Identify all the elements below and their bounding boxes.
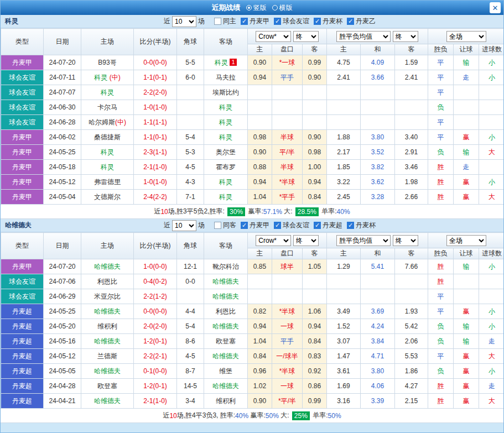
corner: 12-1 [177,259,204,274]
match-row: 丹麦甲24-05-25科灵2-3(1-1)5-3奥尔堡0.90平/半0.982.… [1,145,504,160]
checkbox-icon[interactable] [347,18,354,25]
home-team: 哈维德夫 [81,259,134,274]
filter-checkbox[interactable]: 球会友谊 [274,17,309,26]
checkbox-icon[interactable] [274,18,281,25]
layout-radio-horizontal[interactable]: 横版 [272,3,293,13]
filter-checkbox[interactable]: 丹麦超 [314,221,342,230]
team-text: 科灵 [219,193,232,201]
result-goals: 大 [479,145,504,160]
europe-draw-odds [361,115,395,130]
checkbox-icon[interactable] [241,222,248,229]
checkbox-icon[interactable] [314,222,321,229]
subcol-result-wdl: 胜负 [428,248,454,259]
odds-company-select[interactable]: Crow* [256,31,291,42]
match-row: 丹麦超24-05-25哈维德夫0-0(0-0)4-4利恩比0.82*半球1.06… [1,304,504,319]
asia-time-select[interactable]: 终 [293,31,319,42]
asia-home-odds [248,85,272,100]
match-count-select[interactable]: 10 [172,16,196,27]
col-away: 客场 [204,233,248,259]
home-team: 利恩比 [81,274,134,289]
odds-company-select[interactable]: Crow* [256,235,291,246]
europe-home-odds: 1.85 [327,160,361,175]
checkbox-icon[interactable] [314,18,321,25]
europe-time-select[interactable]: 终 [393,31,418,42]
filter-checkbox[interactable]: 同客 [214,221,236,230]
checkbox-icon[interactable] [347,222,354,229]
result-handicap: 赢 [454,364,479,379]
result-wdl: 平 [428,349,454,364]
europe-time-select[interactable]: 终 [393,235,418,246]
match-date: 24-05-25 [44,304,81,319]
result-wdl: 负 [428,145,454,160]
team-text: 哈维德夫 [212,382,239,390]
summary-part: 50% [328,412,341,420]
away-team: 哈维德夫 [204,319,248,334]
filter-checkbox[interactable]: 丹麦乙 [347,17,376,26]
match-row: 丹麦甲24-07-20B93哥0-0(0-0)5-5科灵10.90*一球0.99… [1,55,504,70]
filter-checkbox[interactable]: 同主 [214,17,236,26]
match-type: 丹麦超 [1,364,44,379]
team-text: 欧登塞 [216,337,236,345]
scope-select[interactable]: 全场 [446,235,486,246]
asia-home-odds: 0.96 [248,364,272,379]
corner: 0-0 [177,274,204,289]
europe-draw-odds: 3.82 [361,160,395,175]
result-wdl: 平 [428,115,454,130]
result-handicap: 赢 [454,349,479,364]
team-text: 科灵 [101,148,114,156]
summary-row: 近10场,胜4平3负3, 胜率:40% 赢率:50% 大: 25% 单率:50% [1,409,503,423]
filter-checkbox-label: 同客 [223,221,236,230]
away-team: 欧登塞 [204,334,248,349]
result-goals: 大 [479,190,504,205]
europe-odds-select[interactable]: 胜平负均值 [336,235,391,246]
checkbox-icon[interactable] [214,222,221,229]
result-handicap [454,85,479,100]
radio-unselected-icon [272,5,278,11]
radio-horizontal-label: 横版 [279,3,293,13]
home-team: 弗雷德里 [81,175,134,190]
filter-checkbox[interactable]: 丹麦甲 [241,17,269,26]
result-handicap: 输 [454,55,479,70]
match-date: 24-05-16 [44,334,81,349]
checkbox-icon[interactable] [241,18,248,25]
checkbox-icon[interactable] [214,18,221,25]
europe-odds-select[interactable]: 胜平负均值 [336,31,391,42]
result-goals: 小 [479,364,504,379]
team-text: 哈尔姆斯 [89,118,115,126]
summary-part: 大: [282,207,294,216]
asia-handicap: *半球 [272,175,303,190]
asia-handicap: 半球 [272,160,303,175]
asia-odds-header: Crow* 终 [248,233,327,248]
match-row: 球会友谊24-07-11科灵 (中)1-1(0-1)6-0马夫拉0.94平手0.… [1,70,504,85]
filter-checkbox[interactable]: 丹麦甲 [241,221,269,230]
filter-checkbox[interactable]: 球会友谊 [274,221,309,230]
result-wdl: 胜 [428,259,454,274]
scope-select[interactable]: 全场 [446,31,486,42]
asia-away-odds: 0.99 [303,394,327,409]
team-text: 哈维德夫 [212,352,239,360]
away-team: 霍布罗 [204,160,248,175]
europe-away-odds [395,115,428,130]
close-icon[interactable]: ✕ [490,2,501,13]
match-date: 24-07-20 [44,55,81,70]
filter-checkbox[interactable]: 丹麦杯 [314,17,342,26]
result-goals [479,85,504,100]
europe-home-odds [327,85,361,100]
result-handicap [454,274,479,289]
checkbox-icon[interactable] [274,222,281,229]
match-count-select[interactable]: 10 [172,220,196,231]
europe-away-odds: 1.93 [395,304,428,319]
away-team: 科灵 [204,100,248,115]
subcol-asia-home: 主 [248,44,272,55]
neutral-ground-tag: (中) [107,74,120,81]
match-date: 24-07-06 [44,274,81,289]
filter-checkbox[interactable]: 丹麦杯 [347,221,376,230]
result-goals [479,115,504,130]
team-text: 维积利 [97,322,117,330]
europe-away-odds: 2.15 [395,394,428,409]
away-team: 哈维德夫 [204,379,248,394]
asia-time-select[interactable]: 终 [293,235,319,246]
layout-radio-vertical[interactable]: 竖版 [246,3,267,13]
asia-handicap: 一球 [272,319,303,334]
summary-part: 30% [227,207,245,216]
